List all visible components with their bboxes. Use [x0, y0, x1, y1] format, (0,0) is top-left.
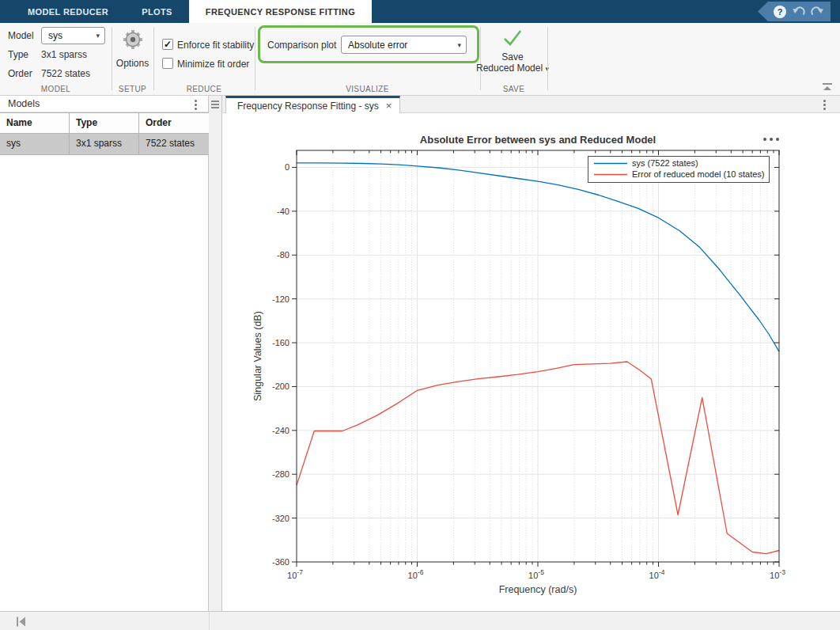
options-button[interactable]: Options — [112, 28, 153, 69]
minimize-fit-order-checkbox[interactable] — [162, 58, 173, 69]
kebab-menu-icon[interactable] — [195, 100, 197, 112]
close-icon[interactable]: × — [386, 100, 392, 112]
model-order-cell: 7522 states — [139, 134, 209, 154]
help-icon[interactable]: ? — [774, 6, 786, 18]
section-label-visualize: VISUALIZE — [255, 85, 480, 93]
ribbon-separator — [547, 27, 548, 90]
comparison-plot-label: Comparison plot — [267, 40, 336, 51]
svg-text:Singular Values (dB): Singular Values (dB) — [252, 311, 263, 401]
models-table-header: Name Type Order — [0, 113, 209, 134]
tab-overflow-menu-icon[interactable] — [823, 100, 826, 112]
titlebar: MODEL REDUCER PLOTS FREQUENCY RESPONSE F… — [0, 0, 840, 23]
order-value: 7522 states — [41, 68, 90, 79]
quick-access-band: ? — [758, 2, 831, 21]
svg-text:-360: -360 — [272, 557, 289, 567]
frequency-response-chart[interactable]: 0-40-80-120-160-200-240-280-320-36010-71… — [222, 113, 840, 611]
type-label: Type — [8, 49, 28, 60]
chevron-down-icon: ▾ — [96, 32, 100, 40]
status-bar-divider — [209, 612, 210, 630]
axes-options-icon[interactable] — [763, 135, 782, 143]
model-name-cell: sys — [0, 134, 70, 154]
order-label: Order — [8, 68, 32, 79]
collapse-panel-icon[interactable] — [16, 617, 27, 627]
status-bar — [0, 611, 840, 630]
svg-text:-240: -240 — [272, 426, 289, 435]
svg-text:0: 0 — [285, 162, 289, 172]
svg-text:-200: -200 — [272, 381, 289, 391]
options-button-label: Options — [112, 58, 153, 69]
tab-frequency-response-fitting[interactable]: FREQUENCY RESPONSE FITTING — [189, 0, 372, 23]
collapse-ribbon-icon[interactable] — [821, 82, 834, 92]
check-icon — [502, 29, 523, 47]
section-label-model: MODEL — [0, 85, 112, 93]
panel-splitter[interactable] — [209, 96, 222, 611]
models-panel-header: Models — [0, 96, 208, 112]
svg-text:sys (7522 states): sys (7522 states) — [632, 158, 698, 168]
column-header-order: Order — [139, 113, 209, 134]
svg-text:-120: -120 — [272, 294, 289, 304]
enforce-fit-stability-checkbox[interactable]: ✓ — [162, 39, 173, 50]
ribbon-separator — [255, 27, 255, 90]
model-label: Model — [8, 30, 34, 41]
svg-text:10-6: 10-6 — [408, 568, 424, 580]
document-tab-frf-sys[interactable]: Frequency Response Fitting - sys × — [225, 96, 400, 113]
ribbon-toolstrip: Model sys ▾ Type 3x1 sparss Order 7522 s… — [0, 23, 840, 96]
comparison-plot-dropdown-value: Absolute error — [348, 40, 407, 51]
tab-model-reducer[interactable]: MODEL REDUCER — [11, 0, 125, 23]
save-button-line2: Reduced Model ▾ — [475, 63, 550, 74]
svg-text:-40: -40 — [277, 207, 289, 216]
ribbon-separator — [153, 27, 154, 90]
model-type-cell: 3x1 sparss — [70, 134, 139, 154]
redo-icon[interactable] — [811, 6, 824, 17]
document-tabbar: Frequency Response Fitting - sys × — [222, 96, 840, 113]
tab-plots[interactable]: PLOTS — [125, 0, 189, 23]
section-label-setup: SETUP — [112, 85, 153, 93]
document-area: Frequency Response Fitting - sys × 0-40-… — [222, 96, 840, 611]
svg-text:10-3: 10-3 — [770, 568, 785, 580]
column-header-name: Name — [0, 113, 70, 134]
comparison-plot-dropdown[interactable]: Absolute error ▾ — [341, 36, 467, 54]
svg-text:Error of reduced model (10 sta: Error of reduced model (10 states) — [632, 169, 765, 179]
column-header-type: Type — [70, 113, 139, 134]
models-table: Name Type Order sys 3x1 sparss 7522 stat… — [0, 112, 209, 155]
enforce-fit-stability-label: Enforce fit stability — [177, 40, 254, 51]
save-reduced-model-button[interactable]: Save Reduced Model ▾ — [475, 28, 550, 85]
models-panel-title: Models — [8, 98, 40, 109]
svg-text:10-5: 10-5 — [528, 568, 544, 580]
svg-text:10-4: 10-4 — [649, 568, 665, 580]
chart-holder: 0-40-80-120-160-200-240-280-320-36010-71… — [222, 113, 840, 611]
model-dropdown-value: sys — [48, 30, 62, 41]
splitter-handle-icon — [211, 101, 219, 110]
svg-text:-280: -280 — [272, 469, 289, 479]
section-label-save: SAVE — [480, 85, 547, 93]
section-label-reduce: REDUCE — [153, 85, 255, 93]
svg-text:Absolute Error between sys and: Absolute Error between sys and Reduced M… — [420, 134, 656, 146]
save-button-line1: Save — [475, 51, 550, 63]
undo-icon[interactable] — [792, 6, 805, 17]
svg-text:-320: -320 — [272, 514, 289, 523]
document-tab-title: Frequency Response Fitting - sys — [237, 101, 379, 112]
minimize-fit-order-label: Minimize fit order — [177, 59, 249, 70]
svg-text:-160: -160 — [272, 338, 289, 347]
gear-icon — [121, 28, 145, 51]
model-dropdown[interactable]: sys ▾ — [41, 27, 105, 44]
svg-text:-80: -80 — [277, 250, 289, 260]
models-panel: Models Name Type Order sys 3x1 sparss 75… — [0, 96, 209, 611]
svg-text:Frequency (rad/s): Frequency (rad/s) — [499, 584, 577, 595]
chevron-down-icon: ▾ — [457, 41, 461, 49]
table-row[interactable]: sys 3x1 sparss 7522 states — [0, 134, 209, 154]
chart-legend[interactable]: sys (7522 states)Error of reduced model … — [588, 157, 770, 183]
svg-text:10-7: 10-7 — [287, 568, 303, 580]
type-value: 3x1 sparss — [41, 49, 87, 60]
